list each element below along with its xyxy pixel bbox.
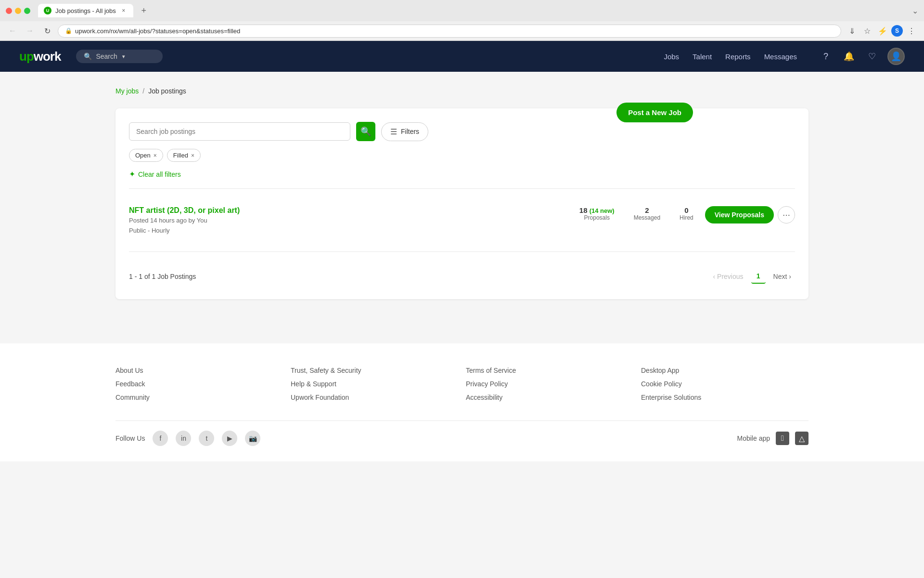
expand-button[interactable]: ⌄ [912,6,918,15]
mobile-label: Mobile app [737,434,770,442]
filter-tag-open-label: Open [135,152,151,159]
forward-button[interactable]: → [23,24,37,38]
close-window-button[interactable] [6,8,12,14]
extensions-button[interactable]: ⚡ [876,24,889,38]
filters-label: Filters [401,128,419,135]
view-proposals-button[interactable]: View Proposals [705,206,774,223]
nav-messages-link[interactable]: Messages [764,53,797,61]
filter-tags: Open × Filled × [129,149,795,162]
pagination-count: 1 - 1 of 1 Job Postings [129,273,196,280]
footer-col-3: Terms of Service Privacy Policy Accessib… [466,367,633,401]
hired-label: Hired [680,214,693,221]
footer-enterprise-link[interactable]: Enterprise Solutions [641,394,808,401]
refresh-button[interactable]: ↻ [40,24,54,38]
footer-desktop-link[interactable]: Desktop App [641,367,808,374]
job-stat-messaged: 2 Messaged [634,206,660,221]
footer-about-link[interactable]: About Us [116,367,283,374]
breadcrumb-current: Job postings [148,87,186,95]
filters-icon: ☰ [390,127,397,136]
browser-actions: ⇓ ☆ ⚡ S ⋮ [845,24,918,38]
notifications-button[interactable]: 🔔 [841,49,857,64]
maximize-window-button[interactable] [24,8,30,14]
tab-favicon: U [44,7,51,14]
search-submit-button[interactable]: 🔍 [356,122,375,141]
browser-tab[interactable]: U Job postings - All jobs × [38,4,133,17]
bookmark-button[interactable]: ☆ [860,24,874,38]
facebook-icon[interactable]: f [153,431,168,446]
youtube-icon[interactable]: ▶ [222,431,237,446]
linkedin-icon[interactable]: in [176,431,191,446]
help-button[interactable]: ? [818,49,834,64]
upwork-logo: upwork [19,49,61,64]
hired-count: 0 [680,206,693,214]
filters-button[interactable]: ☰ Filters [381,122,428,141]
minimize-window-button[interactable] [15,8,21,14]
footer-trust-link[interactable]: Trust, Safety & Security [291,367,458,374]
filter-tag-filled-close-icon[interactable]: × [191,152,194,159]
close-tab-button[interactable]: × [120,7,128,14]
nav-jobs-link[interactable]: Jobs [664,53,679,61]
footer-community-link[interactable]: Community [116,394,283,401]
wishlist-button[interactable]: ♡ [864,49,880,64]
footer-terms-link[interactable]: Terms of Service [466,367,633,374]
profile-avatar[interactable]: 👤 [887,48,905,65]
tab-title: Job postings - All jobs [55,7,116,14]
job-meta: Posted 14 hours ago by You [129,217,568,224]
job-title[interactable]: NFT artist (2D, 3D, or pixel art) [129,206,568,215]
browser-titlebar: U Job postings - All jobs × + ⌄ [0,0,924,21]
clear-filters-button[interactable]: ✦ Clear all filters [129,168,181,181]
footer-social: Follow Us f in t ▶ 📷 [116,431,260,446]
previous-page-button[interactable]: ‹ Previous [709,271,747,282]
footer: About Us Feedback Community Trust, Safet… [0,343,924,461]
footer-col-1: About Us Feedback Community [116,367,283,401]
page-number-1[interactable]: 1 [751,269,766,284]
job-posting-row: NFT artist (2D, 3D, or pixel art) Posted… [129,197,795,244]
search-input[interactable] [136,128,343,135]
previous-label: Previous [717,273,743,280]
footer-privacy-link[interactable]: Privacy Policy [466,380,633,388]
filter-tag-filled[interactable]: Filled × [167,149,201,162]
address-bar[interactable]: 🔒 upwork.com/nx/wm/all-jobs/?statuses=op… [58,25,841,38]
job-actions: View Proposals ⋯ [705,206,795,223]
browser-profile[interactable]: S [891,25,903,37]
next-icon: › [789,273,791,280]
footer-foundation-link[interactable]: Upwork Foundation [291,394,458,401]
twitter-icon[interactable]: t [199,431,214,446]
breadcrumb-parent-link[interactable]: My jobs [116,87,139,95]
footer-help-link[interactable]: Help & Support [291,380,458,388]
post-job-button[interactable]: Post a New Job [616,103,693,122]
nav-links: Jobs Talent Reports Messages [664,53,797,61]
breadcrumb-separator: / [142,87,144,95]
next-label: Next [773,273,787,280]
footer-feedback-link[interactable]: Feedback [116,380,283,388]
search-submit-icon: 🔍 [360,126,371,137]
more-options-button[interactable]: ⋯ [778,206,795,223]
new-tab-button[interactable]: + [137,4,151,17]
footer-col-2: Trust, Safety & Security Help & Support … [291,367,458,401]
main-card: 🔍 ☰ Filters Open × Filled × ✦ Clear all … [116,108,808,299]
apple-app-store-button[interactable]:  [776,432,789,445]
nav-talent-link[interactable]: Talent [693,53,712,61]
nav-reports-link[interactable]: Reports [725,53,751,61]
page-content: My jobs / Job postings Post a New Job 🔍 … [0,72,924,315]
android-app-store-button[interactable]: △ [795,432,808,445]
browser-addressbar: ← → ↻ 🔒 upwork.com/nx/wm/all-jobs/?statu… [0,21,924,40]
breadcrumb-row: My jobs / Job postings Post a New Job [116,87,808,95]
previous-icon: ‹ [713,273,715,280]
filter-tag-open-close-icon[interactable]: × [154,152,157,159]
nav-search-text: Search [96,53,117,60]
download-button[interactable]: ⇓ [845,24,859,38]
breadcrumb: My jobs / Job postings [116,87,808,95]
follow-label: Follow Us [116,434,145,442]
footer-accessibility-link[interactable]: Accessibility [466,394,633,401]
footer-col-4: Desktop App Cookie Policy Enterprise Sol… [641,367,808,401]
filter-tag-filled-label: Filled [173,152,188,159]
back-button[interactable]: ← [6,24,19,38]
menu-button[interactable]: ⋮ [905,24,918,38]
footer-cookie-link[interactable]: Cookie Policy [641,380,808,388]
filter-tag-open[interactable]: Open × [129,149,163,162]
instagram-icon[interactable]: 📷 [245,431,260,446]
nav-search[interactable]: 🔍 Search ▼ [76,50,163,63]
next-page-button[interactable]: Next › [770,271,795,282]
pagination-row: 1 - 1 of 1 Job Postings ‹ Previous 1 Nex… [129,260,795,286]
